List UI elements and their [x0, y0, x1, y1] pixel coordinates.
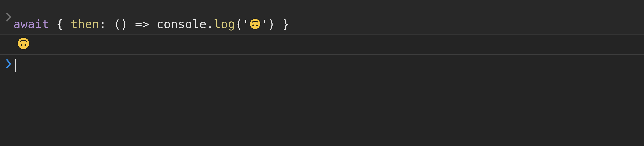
svg-point-1: [252, 24, 254, 26]
svg-point-5: [24, 44, 26, 46]
console-input[interactable]: [14, 59, 16, 72]
svg-point-4: [20, 44, 22, 46]
token-dot: .: [206, 17, 214, 31]
token-arrow: =>: [135, 17, 149, 31]
token-space: [275, 17, 282, 31]
token-space: [49, 17, 56, 31]
console-output-row: [0, 34, 644, 55]
token-paren-close: ): [121, 17, 128, 31]
token-ident-console: console: [156, 17, 206, 31]
token-keyword-await: await: [14, 17, 49, 31]
token-space: [106, 17, 114, 31]
svg-point-0: [250, 18, 260, 29]
token-space: [149, 17, 156, 31]
token-quote-open: ': [242, 17, 250, 31]
token-colon: :: [99, 17, 106, 31]
console-input-executed-row: await { then: () => console.log('') }: [0, 0, 644, 34]
token-call-close: ): [268, 17, 275, 31]
token-space: [64, 17, 71, 31]
token-open-brace: {: [56, 17, 64, 31]
chevron-right-icon: [5, 59, 14, 68]
token-paren-open: (: [114, 17, 121, 31]
devtools-console: await { then: () => console.log('') }: [0, 0, 644, 146]
svg-point-3: [18, 38, 29, 49]
token-prop-then: then: [70, 17, 99, 31]
token-call-open: (: [235, 17, 242, 31]
token-quote-close: ': [261, 17, 268, 31]
upside-down-face-icon: [17, 37, 30, 50]
upside-down-face-icon: [250, 18, 261, 30]
token-method-log: log: [214, 17, 235, 31]
console-output: [14, 38, 30, 51]
token-close-brace: }: [282, 17, 290, 31]
token-space: [128, 17, 135, 31]
text-cursor: [16, 59, 16, 72]
svg-point-2: [256, 24, 258, 26]
executed-code: await { then: () => console.log('') }: [14, 3, 290, 31]
console-prompt-row[interactable]: [0, 55, 644, 146]
chevron-right-icon: [5, 13, 14, 22]
